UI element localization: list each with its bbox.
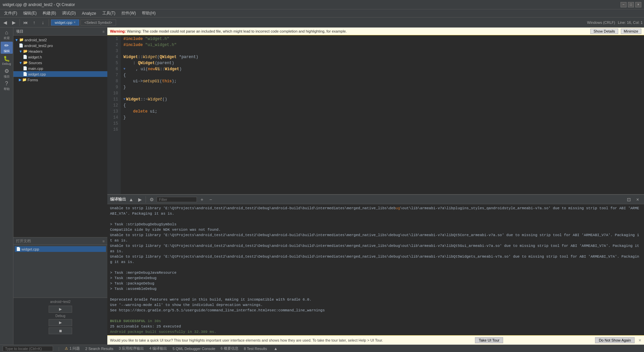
open-docs-header: 打开文档 ≡ (13, 237, 107, 245)
sources-folder-icon: 📂 (23, 60, 28, 65)
status-qml-debugger[interactable]: 5 QML Debugger Console (172, 347, 215, 351)
tree-label-main-cpp: main.cpp (28, 67, 43, 71)
close-button[interactable]: × (635, 2, 641, 7)
file-tab-label: widget.cpp (55, 20, 72, 25)
code-line-7: { (123, 72, 641, 78)
forms-arrow: ▶ (19, 78, 21, 82)
status-search-results[interactable]: 2 Search Results (85, 347, 113, 351)
tree-item-sources[interactable]: ▼ 📂 Sources (13, 60, 107, 65)
compiler-panel-controls: ⊡ × (625, 196, 641, 203)
output-line-2: > Task :stripDebugDebugSymbols (110, 222, 641, 227)
open-docs-controls[interactable]: ≡ (103, 239, 105, 243)
take-ui-tour-button[interactable]: Take UI Tour (475, 337, 503, 343)
toolbar-filter-btn[interactable]: ⏮ (22, 19, 29, 26)
sidebar-icon-debug[interactable]: 🐛 Debug (1, 54, 13, 67)
compiler-filter-input[interactable] (157, 197, 197, 202)
sidebar-icon-project[interactable]: ⚙ 项目 (1, 67, 13, 79)
menu-build[interactable]: 构建(B) (40, 10, 59, 17)
compiler-down-btn[interactable]: ▶ (136, 196, 144, 203)
sidebar-icon-welcome[interactable]: ⌂ 欢迎 (1, 29, 13, 41)
menu-analyze[interactable]: Analyze (79, 10, 99, 16)
code-content[interactable]: #include "widget.h" #include "ui_widget.… (121, 35, 644, 194)
menu-edit[interactable]: 编辑(E) (20, 10, 39, 17)
status-bar: | ⚠ 1 问题 2 Search Results 3 应用程序输出 4 编译输… (0, 345, 644, 352)
compiler-detach-btn[interactable]: ⊡ (625, 196, 633, 203)
code-line-4: Widget::Widget(QWidget *parent) (123, 54, 641, 60)
compiler-remove-btn[interactable]: − (207, 196, 214, 203)
status-issues[interactable]: ⚠ 1 问题 (65, 346, 80, 351)
status-test-results[interactable]: 8 Test Results (244, 347, 267, 351)
sidebar-icon-welcome-label: 欢迎 (4, 36, 10, 40)
headers-arrow: ▼ (19, 49, 22, 53)
output-line-6: Unable to strip library 'E:\QtProjects\a… (110, 254, 641, 265)
code-line-12: { (123, 102, 641, 108)
menu-file[interactable]: 文件(F) (1, 10, 20, 17)
code-line-16 (123, 127, 641, 133)
output-line-blank-3 (110, 292, 641, 297)
toolbar-right: Windows (CRLF) Line: 16, Col: 1 (587, 20, 643, 25)
tree-item-forms[interactable]: ▶ 📁 Forms (13, 77, 107, 83)
open-doc-widget-cpp[interactable]: 📄 widget.cpp (15, 246, 106, 252)
menu-tools[interactable]: 工具(T) (100, 10, 118, 17)
toolbar-forward-btn[interactable]: ▶ (10, 19, 17, 26)
welcome-icon: ⌂ (5, 30, 8, 36)
tree-item-widget-cpp[interactable]: 📄 widget.cpp (13, 71, 107, 77)
tree-item-project-root[interactable]: ▼ 📁 android_test2 (13, 37, 107, 43)
main-content: ⌂ 欢迎 ✏ 编辑 🐛 Debug ⚙ 项目 ? 帮助 项目 ≡ (0, 28, 644, 345)
compiler-toolbar: 编译输出 ▲ ▶ ⚙ + − ⊡ × (107, 195, 644, 204)
tree-label-sources: Sources (29, 61, 42, 65)
sidebar-icon-edit[interactable]: ✏ 编辑 (1, 42, 13, 54)
compiler-add-btn[interactable]: + (198, 196, 206, 203)
app-output-label: 3 应用程序输出 (119, 346, 144, 351)
tree-item-main-cpp[interactable]: 📄 main.cpp (13, 65, 107, 71)
project-tree: ▼ 📁 android_test2 📄 android_test2.pro ▼ … (13, 36, 107, 237)
status-general-messages[interactable]: 6 概要信息 (221, 346, 238, 351)
project-folder-icon: 📁 (19, 38, 24, 42)
minimize-warning-button[interactable]: Minimize (621, 29, 641, 34)
compiler-sep (146, 196, 146, 203)
do-not-show-again-button[interactable]: Do Not Show Again (595, 337, 634, 343)
toolbar-back-btn[interactable]: ◀ (1, 19, 9, 26)
status-expand-btn[interactable]: ▲ (274, 346, 278, 351)
file-tab-close[interactable]: × (74, 20, 76, 24)
file-tab-widget[interactable]: widget.cpp × (51, 19, 79, 26)
debug-icon: 🐛 (3, 55, 10, 62)
status-app-output[interactable]: 3 应用程序输出 (119, 346, 144, 351)
line-ending-label: Windows (CRLF) (587, 20, 615, 25)
device-debug-label: Debug (55, 314, 65, 318)
project-panel-controls[interactable]: ≡ (103, 30, 105, 34)
device-stop-btn[interactable]: ⏹ (49, 327, 72, 334)
output-line-7: > Task :mergeDebugJavaResource (110, 270, 641, 275)
compiler-up-btn[interactable]: ▲ (127, 196, 135, 203)
device-debug-btn[interactable]: ▶ (49, 319, 72, 326)
widget-h-icon: 📄 (23, 55, 28, 59)
minimize-button[interactable]: − (621, 2, 627, 7)
code-line-1: #include "widget.h" (123, 36, 641, 42)
toolbar-up-btn[interactable]: ↑ (31, 19, 38, 26)
right-side: Warning: Warning: The code model could n… (107, 28, 644, 345)
menu-debug[interactable]: 调试(D) (59, 10, 78, 17)
maximize-button[interactable]: □ (628, 2, 634, 7)
close-tour-button[interactable]: × (639, 338, 641, 343)
code-line-6: ▼ , ui(new Ui::Widget) (123, 66, 641, 72)
menu-help[interactable]: 帮助(H) (139, 10, 158, 17)
toolbar-down-btn[interactable]: ↓ (39, 19, 47, 26)
locate-input[interactable] (3, 346, 53, 351)
output-line-3: Compatible side by side NDK version was … (110, 227, 641, 232)
status-compiler-output[interactable]: 4 编译输出 (149, 346, 167, 351)
device-run-btn[interactable]: ▶ (49, 306, 72, 313)
tree-label-widget-cpp: widget.cpp (28, 72, 46, 76)
sidebar-icon-help[interactable]: ? 帮助 (1, 80, 13, 92)
code-editor[interactable]: 12345 678910 1112131415 16 #include "wid… (107, 35, 644, 194)
show-details-button[interactable]: Show Details (590, 29, 618, 34)
symbol-tab[interactable]: <Select Symbol> (80, 19, 116, 26)
compiler-settings-btn[interactable]: ⚙ (148, 196, 155, 203)
tree-item-pro-file[interactable]: 📄 android_test2.pro (13, 43, 107, 48)
code-line-9: } (123, 84, 641, 90)
output-line-4: Unable to strip library 'E:\QtProjects\a… (110, 232, 641, 243)
tree-item-widget-h[interactable]: 📄 widget.h (13, 54, 107, 60)
compiler-close-btn[interactable]: × (634, 196, 641, 203)
tree-item-headers[interactable]: ▼ 📂 Headers (13, 48, 107, 54)
widget-cpp-icon: 📄 (23, 72, 28, 76)
menu-control[interactable]: 控件(W) (119, 10, 139, 17)
